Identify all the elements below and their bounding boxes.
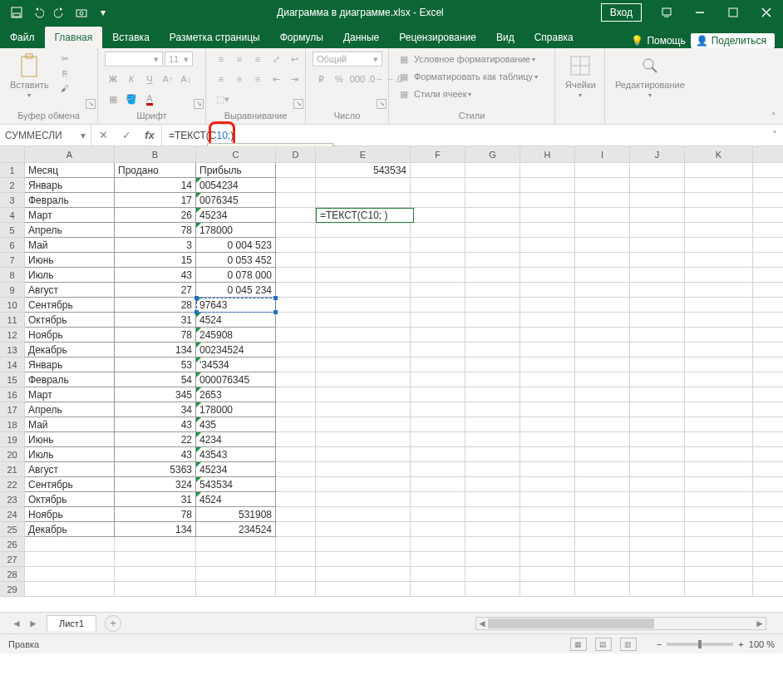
cell[interactable] bbox=[685, 208, 753, 223]
cell[interactable] bbox=[575, 417, 630, 432]
cell[interactable] bbox=[276, 402, 316, 417]
cell[interactable] bbox=[520, 507, 575, 522]
align-top-icon[interactable]: ≡ bbox=[213, 52, 229, 67]
accept-formula-icon[interactable]: ✓ bbox=[115, 129, 138, 141]
cell[interactable]: 14 bbox=[115, 178, 196, 193]
cell[interactable] bbox=[630, 507, 685, 522]
minimize-icon[interactable] bbox=[683, 0, 717, 25]
underline-button[interactable]: Ч bbox=[141, 71, 158, 86]
cell[interactable] bbox=[685, 253, 753, 268]
cell[interactable]: '34534 bbox=[196, 357, 276, 372]
cell[interactable] bbox=[115, 567, 196, 582]
cell[interactable] bbox=[115, 582, 196, 597]
cell[interactable] bbox=[465, 387, 520, 402]
cell[interactable] bbox=[630, 567, 685, 582]
column-header[interactable]: K bbox=[685, 146, 753, 162]
cell[interactable] bbox=[316, 387, 411, 402]
cell[interactable] bbox=[630, 372, 685, 387]
cell[interactable]: 245908 bbox=[196, 328, 276, 343]
cell[interactable] bbox=[276, 178, 316, 193]
cell[interactable] bbox=[276, 582, 316, 597]
cell[interactable] bbox=[520, 567, 575, 582]
cell[interactable] bbox=[276, 462, 316, 477]
cell[interactable] bbox=[316, 357, 411, 372]
cell[interactable] bbox=[411, 492, 465, 507]
cell[interactable]: Февраль bbox=[25, 193, 115, 208]
cell[interactable]: 543534 bbox=[196, 477, 276, 492]
tab-review[interactable]: Рецензирование bbox=[389, 27, 486, 48]
cell[interactable] bbox=[630, 163, 685, 178]
row-header[interactable]: 7 bbox=[0, 253, 25, 267]
cell[interactable] bbox=[411, 462, 465, 477]
cell[interactable] bbox=[520, 268, 575, 283]
cell[interactable]: 435 bbox=[196, 417, 276, 432]
zoom-out-icon[interactable]: − bbox=[657, 639, 662, 649]
align-center-icon[interactable]: ≡ bbox=[231, 71, 248, 86]
cell[interactable]: 4524 bbox=[196, 492, 276, 507]
tab-file[interactable]: Файл bbox=[0, 27, 45, 48]
row-header[interactable]: 4 bbox=[0, 208, 25, 222]
cell[interactable]: Март bbox=[25, 208, 115, 223]
cell[interactable] bbox=[276, 372, 316, 387]
fx-icon[interactable]: fx bbox=[138, 129, 161, 141]
cell[interactable] bbox=[276, 208, 316, 223]
indent-dec-icon[interactable]: ⇤ bbox=[268, 71, 284, 86]
cell[interactable] bbox=[520, 402, 575, 417]
cell[interactable] bbox=[465, 328, 520, 343]
cell[interactable]: Июль bbox=[25, 268, 115, 283]
cell[interactable] bbox=[575, 567, 630, 582]
cell[interactable]: 78 bbox=[115, 507, 196, 522]
cell[interactable]: 234524 bbox=[196, 522, 276, 537]
borders-icon[interactable]: ▦ bbox=[105, 91, 121, 106]
cell[interactable] bbox=[276, 238, 316, 253]
cell[interactable] bbox=[316, 343, 411, 357]
cell[interactable] bbox=[575, 283, 630, 298]
cell[interactable] bbox=[276, 283, 316, 298]
cell[interactable] bbox=[520, 462, 575, 477]
cell[interactable] bbox=[316, 193, 411, 208]
cell[interactable] bbox=[520, 208, 575, 223]
cell[interactable] bbox=[411, 432, 465, 447]
cell[interactable] bbox=[316, 507, 411, 522]
cell[interactable] bbox=[630, 402, 685, 417]
camera-icon[interactable] bbox=[71, 2, 91, 22]
cell[interactable] bbox=[520, 193, 575, 208]
row-header[interactable]: 16 bbox=[0, 387, 25, 402]
cell[interactable]: 000076345 bbox=[196, 372, 276, 387]
cell[interactable] bbox=[411, 343, 465, 357]
cell[interactable] bbox=[520, 283, 575, 298]
cell[interactable]: Июль bbox=[25, 447, 115, 462]
select-all-corner[interactable] bbox=[0, 146, 25, 162]
cell[interactable] bbox=[465, 582, 520, 597]
number-expand-icon[interactable]: ↘ bbox=[377, 99, 387, 109]
cell[interactable] bbox=[520, 223, 575, 238]
tell-me-button[interactable]: 💡 Помощь bbox=[631, 35, 685, 47]
row-header[interactable]: 28 bbox=[0, 567, 25, 581]
align-left-icon[interactable]: ≡ bbox=[213, 71, 229, 86]
page-layout-view-icon[interactable]: ▤ bbox=[595, 638, 612, 651]
cell[interactable] bbox=[115, 552, 196, 567]
cell[interactable]: 0076345 bbox=[196, 193, 276, 208]
fill-color-icon[interactable]: 🪣 bbox=[123, 91, 140, 106]
cell[interactable] bbox=[520, 387, 575, 402]
cell[interactable] bbox=[465, 402, 520, 417]
scroll-left-icon[interactable]: ◄ bbox=[476, 618, 488, 629]
column-header[interactable]: A bbox=[25, 146, 115, 162]
tab-help[interactable]: Справка bbox=[524, 27, 584, 48]
align-expand-icon[interactable]: ↘ bbox=[293, 99, 303, 109]
tab-home[interactable]: Главная bbox=[45, 27, 103, 48]
cell[interactable] bbox=[575, 328, 630, 343]
cell[interactable]: Декабрь bbox=[25, 343, 115, 357]
cell[interactable]: Май bbox=[25, 417, 115, 432]
cell[interactable] bbox=[520, 253, 575, 268]
row-header[interactable]: 1 bbox=[0, 163, 25, 177]
cell[interactable] bbox=[685, 298, 753, 313]
cell[interactable] bbox=[25, 537, 115, 552]
number-format-combo[interactable]: Общий▾ bbox=[313, 52, 382, 67]
cells-button[interactable]: Ячейки▾ bbox=[562, 52, 599, 101]
cell[interactable]: 78 bbox=[115, 328, 196, 343]
sheet-nav-prev-icon[interactable]: ◄ bbox=[8, 618, 25, 629]
cell[interactable] bbox=[630, 492, 685, 507]
cell[interactable] bbox=[685, 268, 753, 283]
page-break-view-icon[interactable]: ▥ bbox=[620, 638, 637, 651]
